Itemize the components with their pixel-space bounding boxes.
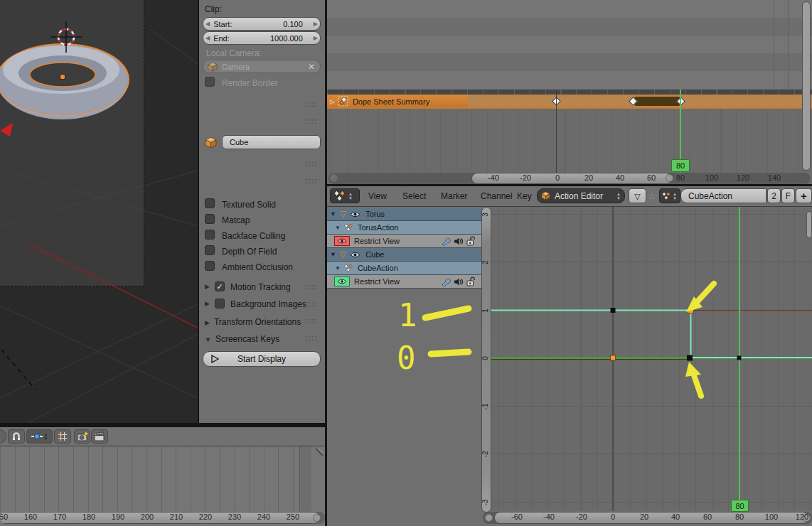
item-name-field[interactable]: Cube <box>222 135 321 149</box>
action-name-field[interactable]: CubeAction <box>680 188 766 203</box>
clear-x-icon[interactable]: ✕ <box>308 62 320 72</box>
action-browse-button[interactable]: ▲▼ <box>659 188 680 203</box>
stepper-right-icon[interactable]: ▶ <box>311 35 320 41</box>
panel-grip-icon[interactable]: :::: <box>304 299 318 308</box>
dope-sheet-region: ▷ Dope Sheet Summary 80 -40 -20 0 20 <box>327 0 812 184</box>
new-action-button[interactable]: + <box>796 188 812 203</box>
menu-marker[interactable]: Marker <box>441 191 467 201</box>
ambient-occlusion-checkbox[interactable] <box>205 261 215 271</box>
panel-grip-icon[interactable]: :::: <box>304 100 318 108</box>
annotation-one: 1 <box>398 297 417 333</box>
panel-header-transform-orientations[interactable]: ▶Transform Orientations <box>205 317 301 327</box>
snap-grid-icon <box>58 431 68 441</box>
expand-arrow-icon[interactable]: ▼ <box>205 336 211 343</box>
dope-channel-stripes[interactable] <box>327 0 812 90</box>
opengl-render-image-button[interactable] <box>74 429 90 444</box>
timeline-hscrollbar[interactable]: 150 160 170 180 190 200 210 220 230 240 … <box>0 512 325 524</box>
editor-type-button[interactable]: ▲▼ <box>330 188 360 203</box>
mode-dropdown[interactable]: Action Editor ▲▼ <box>537 188 625 203</box>
panel-grip-icon[interactable]: :::: <box>304 333 318 342</box>
action-editor-body: ▼ ▽ Torus ▼ TorusAction Restrict View ▼ <box>327 207 812 526</box>
clip-end-label: End: <box>212 34 230 43</box>
ruler-number: 100 <box>757 512 786 521</box>
motion-tracking-checkbox[interactable]: ✓ <box>215 281 225 291</box>
clip-end-field[interactable]: ◀ End: 1000.000 ▶ <box>203 31 321 45</box>
stepper-right-icon[interactable]: ▶ <box>311 21 320 27</box>
ruler-number: 120 <box>729 173 757 182</box>
graph-hscrollbar[interactable]: -60 -40 -20 0 20 40 60 80 100 120 <box>483 512 812 524</box>
ruler-number: 250 <box>279 512 307 521</box>
properties-region: Clip: ◀ Start: 0.100 ▶ ◀ End: 1000.000 ▶… <box>199 0 325 423</box>
collapse-arrow-icon[interactable]: ▶ <box>205 300 210 307</box>
snap-element-button[interactable] <box>54 429 71 444</box>
clipped-button[interactable] <box>0 429 6 444</box>
graph-right-scroll-nub[interactable] <box>806 211 812 238</box>
ambient-occlusion-label: Ambient Occlusion <box>222 262 293 272</box>
dope-summary-row[interactable]: ▷ Dope Sheet Summary <box>327 95 468 108</box>
clip-end-value: 1000.000 <box>230 34 311 43</box>
scrollbar-end-dot[interactable] <box>313 514 321 522</box>
corner-resize-icon[interactable] <box>311 447 324 460</box>
start-display-label: Start Display <box>237 354 286 364</box>
annotation-one-underline <box>425 308 469 318</box>
camera-field-value: Camera <box>218 63 308 71</box>
red-arrow-icon <box>0 123 13 136</box>
mesh-cube-icon <box>205 136 217 149</box>
dropdown-stepper-icon[interactable]: ▲▼ <box>673 192 677 200</box>
snap-magnet-button[interactable] <box>8 429 25 444</box>
ghost-toggle-button[interactable]: ▽ <box>629 188 646 203</box>
render-border-checkbox[interactable] <box>205 77 215 87</box>
cube-icon <box>208 62 218 72</box>
dropdown-stepper-icon[interactable]: ▲▼ <box>616 192 621 200</box>
panel-grip-icon[interactable]: :::: <box>304 316 318 325</box>
panel-grip-icon[interactable]: :::: <box>304 117 318 125</box>
ruler-number: 20 <box>630 512 658 521</box>
ruler-number: 230 <box>220 512 249 521</box>
scrollbar-end-dot[interactable] <box>485 514 493 522</box>
menu-view[interactable]: View <box>368 191 387 201</box>
opengl-render-anim-button[interactable] <box>91 429 108 444</box>
menu-channel[interactable]: Channel <box>481 191 513 201</box>
timeline-region: ▲▼ 150 160 170 180 190 200 210 <box>0 427 325 526</box>
timeline-vscrollbar[interactable] <box>299 446 311 512</box>
viewport-3d[interactable] <box>0 0 198 423</box>
collapse-arrow-icon[interactable]: ▶ <box>205 283 210 290</box>
matcap-checkbox[interactable] <box>205 214 215 224</box>
menu-select[interactable]: Select <box>402 191 426 201</box>
stepper-left-icon[interactable]: ◀ <box>203 21 212 27</box>
menu-key[interactable]: Key <box>517 191 532 201</box>
dope-vscrollbar[interactable] <box>802 1 811 171</box>
dope-hscrollbar[interactable]: -40 -20 0 20 40 60 80 100 120 140 <box>328 173 811 184</box>
proportional-edit-dropdown[interactable]: ▲▼ <box>26 429 53 444</box>
textured-solid-checkbox[interactable] <box>205 198 215 208</box>
panel-grip-icon[interactable]: :::: <box>304 176 318 185</box>
panel-grip-icon[interactable]: :::: <box>304 282 318 291</box>
expand-arrow-icon[interactable]: ▷ <box>330 98 335 105</box>
cube-icon <box>541 191 550 200</box>
check-icon: ✓ <box>216 282 223 291</box>
backface-culling-checkbox[interactable] <box>205 230 215 240</box>
panel-header-screencast-keys[interactable]: ▼Screencast Keys <box>205 334 279 344</box>
graph-canvas: 1 0 <box>327 207 812 526</box>
start-display-button[interactable]: Start Display <box>203 351 321 367</box>
background-images-checkbox[interactable] <box>215 299 225 308</box>
collapse-arrow-icon[interactable]: ▶ <box>205 319 210 326</box>
ghost-up-icon[interactable]: △ <box>649 190 655 200</box>
dropdown-stepper-icon[interactable]: ▲▼ <box>44 432 48 441</box>
action-icon <box>661 190 673 202</box>
fake-user-button[interactable]: F <box>781 188 795 203</box>
scrollbar-end-dot[interactable] <box>330 174 338 182</box>
dope-grid[interactable] <box>327 109 812 173</box>
action-users-button[interactable]: 2 <box>767 188 781 203</box>
panel-grip-icon[interactable]: :::: <box>304 159 318 168</box>
ruler-number: 170 <box>46 512 74 521</box>
annotation-strokes: 1 0 <box>397 284 714 396</box>
action-name-value: CubeAction <box>681 191 732 201</box>
stepper-left-icon[interactable]: ◀ <box>203 35 212 41</box>
depth-of-field-checkbox[interactable] <box>205 245 215 255</box>
dropdown-stepper-icon[interactable]: ▲▼ <box>348 192 353 200</box>
clip-start-field[interactable]: ◀ Start: 0.100 ▶ <box>203 17 321 31</box>
ruler-number: 60 <box>637 173 666 182</box>
timeline-grid[interactable] <box>0 446 311 512</box>
camera-field[interactable]: Camera ✕ <box>203 60 321 73</box>
